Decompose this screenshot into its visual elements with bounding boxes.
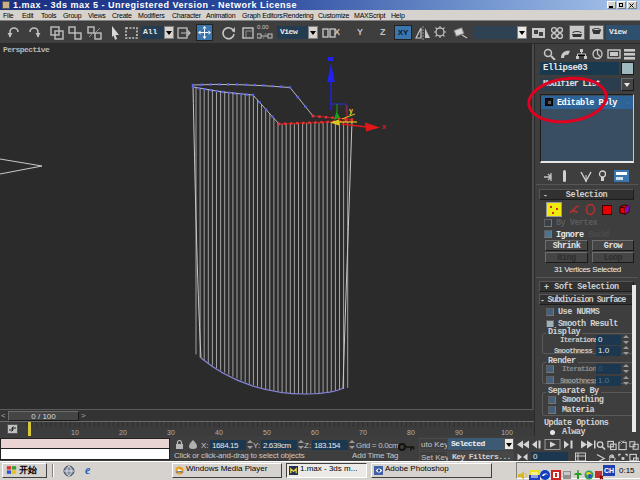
svg-text:x: x bbox=[382, 123, 386, 130]
svg-text:y: y bbox=[349, 107, 353, 115]
